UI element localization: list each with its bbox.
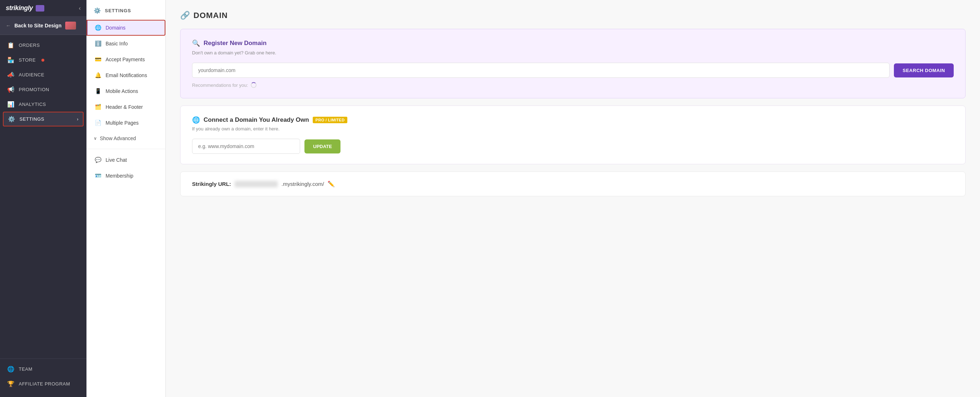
email-notifications-menu-label: Email Notifications [105, 72, 147, 78]
domains-menu-icon: 🌐 [95, 24, 101, 31]
audience-label: AUDIENCE [19, 72, 44, 78]
menu-item-live-chat[interactable]: 💬 Live Chat [86, 152, 165, 168]
sidebar-item-promotion[interactable]: 📢 PROMOTION [0, 82, 86, 97]
main-content: 🔗 DOMAIN 🔍 Register New Domain Don't own… [166, 0, 980, 397]
url-blurred-subdomain [235, 181, 278, 187]
domain-page-title: DOMAIN [194, 11, 228, 20]
url-row: Strikingly URL: .mystrikingly.com/ ✏️ [192, 181, 954, 187]
menu-item-basic-info[interactable]: ℹ️ Basic Info [86, 36, 165, 51]
basic-info-menu-icon: ℹ️ [95, 40, 101, 47]
update-domain-button[interactable]: UPDATE [304, 140, 340, 154]
logo-box [36, 5, 44, 11]
store-notification-dot [41, 59, 44, 62]
show-advanced-chevron-icon: ∨ [94, 136, 97, 141]
nav-items: 📋 ORDERS 🏪 STORE 📣 AUDIENCE 📢 PROMOTION … [0, 35, 86, 359]
connect-domain-title: Connect a Domain You Already Own [204, 116, 309, 124]
sidebar-item-store[interactable]: 🏪 STORE [0, 52, 86, 67]
recommendations-row: Recommendations for you: [192, 82, 954, 88]
sidebar-item-orders[interactable]: 📋 ORDERS [0, 38, 86, 52]
settings-label: SETTINGS [19, 116, 44, 122]
analytics-label: ANALYTICS [19, 102, 46, 107]
url-edit-icon[interactable]: ✏️ [328, 181, 335, 187]
sidebar-item-affiliate[interactable]: 🏆 Affiliate Program [0, 376, 86, 391]
register-domain-card: 🔍 Register New Domain Don't own a domain… [180, 29, 966, 98]
team-label: TEAM [19, 366, 32, 372]
audience-icon: 📣 [7, 71, 14, 78]
logo-area: strikingly [6, 4, 44, 12]
multiple-pages-menu-label: Multiple Pages [105, 120, 139, 126]
back-to-site-button[interactable]: ← Back to Site Design [0, 17, 86, 35]
promotion-label: PROMOTION [19, 87, 49, 92]
register-domain-title: Register New Domain [204, 40, 267, 47]
pro-limited-badge: PRO / LIMITED [313, 117, 348, 123]
orders-icon: 📋 [7, 42, 14, 49]
sidebar-header: strikingly ‹ [0, 0, 86, 17]
affiliate-label: Affiliate Program [19, 381, 70, 387]
menu-item-multiple-pages[interactable]: 📄 Multiple Pages [86, 115, 165, 131]
multiple-pages-menu-icon: 📄 [95, 120, 101, 126]
logo-text: strikingly [6, 4, 33, 12]
sidebar-item-audience[interactable]: 📣 AUDIENCE [0, 67, 86, 82]
header-footer-menu-label: Header & Footer [105, 104, 143, 110]
domain-header-icon: 🔗 [180, 11, 190, 20]
connect-domain-title-row: 🌐 Connect a Domain You Already Own PRO /… [192, 116, 954, 124]
team-icon: 🌐 [7, 366, 14, 373]
recommendations-label: Recommendations for you: [192, 83, 248, 88]
menu-item-mobile-actions[interactable]: 📱 Mobile Actions [86, 83, 165, 99]
menu-item-accept-payments[interactable]: 💳 Accept Payments [86, 51, 165, 67]
register-domain-title-row: 🔍 Register New Domain [192, 39, 954, 47]
url-label: Strikingly URL: [192, 181, 231, 187]
menu-item-header-footer[interactable]: 🗂️ Header & Footer [86, 99, 165, 115]
show-advanced-button[interactable]: ∨ Show Advanced [86, 131, 165, 146]
domain-search-input[interactable] [192, 63, 889, 78]
site-thumbnail [65, 22, 76, 30]
settings-icon: ⚙️ [8, 116, 15, 122]
mobile-actions-menu-icon: 📱 [95, 88, 101, 94]
affiliate-icon: 🏆 [7, 380, 14, 387]
menu-item-email-notifications[interactable]: 🔔 Email Notifications [86, 67, 165, 83]
store-icon: 🏪 [7, 57, 14, 64]
strikingly-url-card: Strikingly URL: .mystrikingly.com/ ✏️ [180, 172, 966, 196]
basic-info-menu-label: Basic Info [105, 41, 127, 46]
accept-payments-menu-label: Accept Payments [105, 57, 145, 62]
menu-item-membership[interactable]: 🪪 Membership [86, 168, 165, 184]
live-chat-menu-icon: 💬 [95, 157, 101, 163]
membership-menu-label: Membership [105, 173, 133, 179]
show-advanced-label: Show Advanced [100, 135, 136, 141]
domain-search-row: SEARCH DOMAIN [192, 63, 954, 78]
register-domain-subtitle: Don't own a domain yet? Grab one here. [192, 50, 954, 56]
sidebar-item-analytics[interactable]: 📊 ANALYTICS [0, 97, 86, 112]
promotion-icon: 📢 [7, 86, 14, 93]
live-chat-menu-label: Live Chat [105, 157, 127, 163]
menu-separator [86, 149, 165, 149]
sidebar-item-team[interactable]: 🌐 TEAM [0, 362, 86, 376]
membership-menu-icon: 🪪 [95, 173, 101, 179]
sidebar-collapse-button[interactable]: ‹ [79, 5, 81, 11]
sidebar-bottom: 🌐 TEAM 🏆 Affiliate Program [0, 359, 86, 397]
mobile-actions-menu-label: Mobile Actions [105, 88, 138, 94]
back-arrow-icon: ← [6, 23, 11, 29]
connect-domain-card: 🌐 Connect a Domain You Already Own PRO /… [180, 106, 966, 164]
loading-spinner [251, 82, 256, 88]
accept-payments-menu-icon: 💳 [95, 56, 101, 63]
settings-panel-header: ⚙️ SETTINGS [86, 0, 165, 20]
settings-panel-title: SETTINGS [105, 8, 131, 13]
settings-menu-panel: ⚙️ SETTINGS 🌐 Domains ℹ️ Basic Info 💳 Ac… [86, 0, 166, 397]
search-domain-button[interactable]: SEARCH DOMAIN [894, 64, 954, 78]
header-footer-menu-icon: 🗂️ [95, 104, 101, 110]
register-domain-search-icon: 🔍 [192, 39, 200, 47]
url-suffix: .mystrikingly.com/ [282, 181, 324, 187]
domains-menu-label: Domains [105, 25, 126, 31]
orders-label: ORDERS [19, 43, 40, 48]
connect-domain-subtitle: If you already own a domain, enter it he… [192, 126, 954, 132]
settings-arrow-icon: › [77, 117, 79, 122]
settings-header-icon: ⚙️ [94, 7, 101, 14]
connect-domain-row: UPDATE [192, 139, 954, 154]
store-label: STORE [19, 57, 36, 63]
back-to-site-label: Back to Site Design [14, 23, 62, 29]
menu-item-domains[interactable]: 🌐 Domains [86, 20, 165, 36]
connect-domain-input[interactable] [192, 139, 300, 154]
sidebar-item-settings[interactable]: ⚙️ SETTINGS › [3, 112, 84, 127]
analytics-icon: 📊 [7, 101, 14, 108]
sidebar: strikingly ‹ ← Back to Site Design 📋 ORD… [0, 0, 86, 397]
